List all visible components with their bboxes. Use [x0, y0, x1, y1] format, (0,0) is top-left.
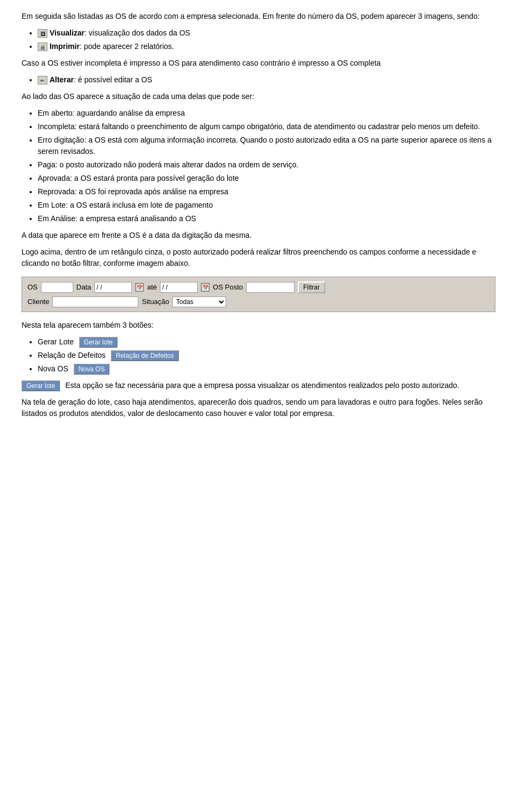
gerar-lote-inline-button[interactable]: Gerar lote [22, 380, 60, 391]
gerar-lote-text: Gerar Lote [38, 337, 74, 346]
calendar-icon-to[interactable]: 📅 [201, 283, 209, 292]
bullet-gerar-lote: Gerar Lote Gerar lote [38, 336, 495, 348]
filter-row-2: Cliente Situação Todas [27, 296, 490, 307]
bullet-list-situacoes: Em aberto: aguardando análise da empresa… [38, 108, 495, 224]
edit-icon: ✏ [38, 76, 47, 84]
bullet-aprovada: Aprovada: a OS estará pronta para possív… [38, 173, 495, 184]
paragraph-6: Nesta tela aparecem também 3 botões: [22, 320, 495, 331]
paragraph-7-text: Esta opção se faz necessária para que a … [65, 381, 459, 390]
os-posto-label: OS Posto [213, 282, 243, 293]
paragraph-3: Ao lado das OS aparece a situação de cad… [22, 91, 495, 102]
imprimir-label: Imprimir [50, 42, 80, 51]
alterar-label: Alterar [50, 75, 74, 84]
situacao-label: Situação [142, 296, 169, 307]
bullet-paga: Paga: o posto autorizado não poderá mais… [38, 159, 495, 171]
bullet-reprovada: Reprovada: a OS foi reprovada após análi… [38, 186, 495, 197]
bullet-em-analise: Em Análise: a empresa estará analisando … [38, 213, 495, 224]
bullet-imprimir: 🖨 Imprimir: pode aparecer 2 relatórios. [38, 41, 495, 52]
os-label: OS [27, 282, 38, 293]
bullet-erro: Erro digitação: a OS está com alguma inf… [38, 135, 495, 157]
data-to-input[interactable] [160, 282, 198, 293]
imprimir-desc: : pode aparecer 2 relatórios. [80, 42, 174, 51]
paragraph-8: Na tela de geração do lote, caso haja at… [22, 397, 495, 419]
visualizar-desc: : visualização dos dados da OS [85, 29, 190, 37]
relacao-defeitos-button[interactable]: Relação de Defeitos [111, 350, 179, 361]
filtrar-button[interactable]: Filtrar [298, 281, 325, 293]
ate-label: até [147, 282, 157, 293]
bullet-relacao-defeitos: Relação de Defeitos Relação de Defeitos [38, 350, 495, 361]
bullet-nova-os: Nova OS Nova OS [38, 363, 495, 375]
visualizar-icon: 🖼 [38, 29, 47, 38]
print-icon: 🖨 [38, 43, 47, 51]
os-input[interactable] [41, 282, 73, 293]
visualizar-label: Visualizar [50, 29, 85, 37]
data-from-input[interactable] [94, 282, 132, 293]
paragraph-4: A data que aparece em frente a OS é a da… [22, 230, 495, 241]
alterar-desc: : é possível editar a OS [74, 75, 152, 84]
bullet-list-alterar: ✏ Alterar: é possível editar a OS [38, 74, 495, 86]
bullet-visualizar: 🖼 Visualizar: visualização dos dados da … [38, 27, 495, 39]
paragraph-5: Logo acima, dentro de um retângulo cinza… [22, 246, 495, 269]
bullet-incompleta: Incompleta: estará faltando o preenchime… [38, 121, 495, 132]
gerar-lote-button[interactable]: Gerar lote [79, 337, 117, 348]
situacao-select[interactable]: Todas [172, 296, 226, 307]
bullet-list-botoes: Gerar Lote Gerar lote Relação de Defeito… [38, 336, 495, 375]
filter-box: OS Data 📅 até 📅 OS Posto Filtrar Cliente… [22, 277, 495, 312]
os-posto-input[interactable] [246, 282, 295, 293]
calendar-icon-from[interactable]: 📅 [135, 283, 144, 292]
bullet-alterar: ✏ Alterar: é possível editar a OS [38, 74, 495, 86]
nova-os-button[interactable]: Nova OS [74, 364, 110, 375]
bullet-em-lote: Em Lote: a OS estará inclusa em lote de … [38, 200, 495, 211]
bullet-aberto: Em aberto: aguardando análise da empresa [38, 108, 495, 119]
cliente-input[interactable] [52, 296, 138, 307]
cliente-label: Cliente [27, 296, 49, 307]
paragraph-2: Caso a OS estiver incompleta é impresso … [22, 58, 495, 69]
filter-row-1: OS Data 📅 até 📅 OS Posto Filtrar [27, 281, 490, 293]
paragraph-7: Gerar lote Esta opção se faz necessária … [22, 380, 495, 391]
paragraph-1: Em seguida são listadas as OS de acordo … [22, 11, 495, 22]
relacao-defeitos-text: Relação de Defeitos [38, 351, 106, 359]
bullet-list-images: 🖼 Visualizar: visualização dos dados da … [38, 27, 495, 52]
data-label: Data [76, 282, 91, 293]
nova-os-text: Nova OS [38, 364, 68, 373]
